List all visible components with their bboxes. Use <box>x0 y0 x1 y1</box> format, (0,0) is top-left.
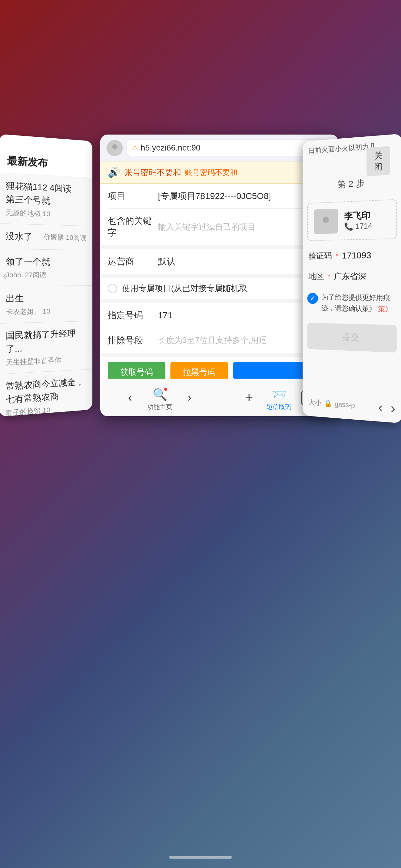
sms-nav-label: 短信取码 <box>266 403 291 411</box>
radio-text: 使用专属项目(从已对接专属随机取 <box>122 283 247 294</box>
agree-link[interactable]: 策》 <box>378 305 392 313</box>
home-indicator <box>169 856 232 859</box>
left-card-header: 最新发布 <box>7 155 48 169</box>
alert-icon: 🔊 <box>108 166 120 178</box>
region-star: * <box>328 272 331 281</box>
svg-point-13 <box>323 217 328 223</box>
url-text: h5.yezi66.net:90 <box>141 143 200 153</box>
search-nav-icon-wrapper: 🔍 <box>152 388 167 401</box>
left-card-items: 狸花猫112 4阅读 第三个号就 无趣的地椒 10 没水了 价聚聚 10阅读 领… <box>0 173 92 416</box>
nav-home-item[interactable]: 🔍 功能主页 <box>100 385 219 414</box>
url-bar[interactable]: ⚠ h5.yezi66.net:90 <box>126 140 332 156</box>
designated-label: 指定号码 <box>108 309 158 321</box>
svg-point-12 <box>110 149 119 154</box>
list-item: 出生 卡农老姐、 10 <box>0 286 92 323</box>
user-info-box: 李飞印 📞 1714 <box>307 199 397 241</box>
form-row-exclude: 排除号段 长度为3至7位且支持多个,用逗 <box>108 328 331 353</box>
right-back-arrow[interactable]: ‹ <box>378 399 383 415</box>
url-warning-icon: ⚠ <box>132 144 138 152</box>
domain-area: 大小 🔒 gass-p <box>309 398 355 410</box>
list-item: 国民就搞了升经理了... 天生挂壁非首圣你 <box>0 321 92 374</box>
exclude-label: 排除号段 <box>108 335 158 346</box>
agree-section: ✓ 为了给您提供更好用痕迹，请您确认策》 策》 <box>307 291 397 315</box>
list-item: 狸花猫112 4阅读 第三个号就 无趣的地椒 10 <box>0 173 92 226</box>
phone-icon: 📞 <box>344 222 353 231</box>
form-row-project: 项目 [专属项目781922----0JC5O8] <box>108 184 331 209</box>
verify-code-value: 171093 <box>342 250 371 260</box>
app-switcher: ‹ 📚 <box>0 0 401 868</box>
svg-point-11 <box>112 144 117 149</box>
radio-circle[interactable] <box>108 284 117 293</box>
carrier-value: 默认 <box>158 256 319 268</box>
region-row: 地区 * 广东省深 <box>303 266 401 287</box>
domain-size-label: 大小 <box>309 398 322 408</box>
home-nav-label: 功能主页 <box>147 403 172 411</box>
list-item: 没水了 价聚聚 10阅读 <box>0 224 92 250</box>
close-button[interactable]: 关闭 <box>367 146 390 176</box>
domain-lock-icon: 🔒 <box>324 399 332 408</box>
domain-text: gass-p <box>335 400 355 410</box>
list-item: 常熟农商今立减金，七有常熟农商 妻子的换留 10 <box>0 369 92 417</box>
project-label: 项目 <box>108 190 158 202</box>
submit-label: 提交 <box>342 332 359 343</box>
form-row-keyword: 包含的关键字 输入关键字过滤自己的项目 <box>108 209 331 245</box>
submit-button[interactable]: 提交 <box>307 323 397 353</box>
user-info-text: 李飞印 📞 1714 <box>344 209 390 231</box>
safari-browser-card: 关闭 日前火面小火以初力几... 第 2 步 李飞印 📞 1714 <box>303 134 401 423</box>
user-name: 李飞印 <box>344 209 390 222</box>
agree-check-icon[interactable]: ✓ <box>307 293 318 304</box>
user-phone: 📞 1714 <box>344 221 390 231</box>
right-forward-arrow[interactable]: › <box>391 400 395 416</box>
form-row-designated: 指定号码 171 <box>108 303 331 328</box>
notification-dot <box>164 388 167 391</box>
verification-row: 验证码 * 171093 <box>303 244 401 266</box>
alert-text: 账号密码不要和 <box>124 167 181 178</box>
sms-nav-icon: 📨 <box>271 388 286 401</box>
right-bottom-nav: 大小 🔒 gass-p ‹ › <box>303 394 401 417</box>
form-row-carrier: 运营商 默认 ✓ <box>108 249 331 274</box>
left-card-nav-arrow[interactable]: ‹ <box>2 267 7 283</box>
browser-avatar <box>107 140 123 156</box>
keyword-label: 包含的关键字 <box>108 215 158 239</box>
user-avatar <box>314 209 338 234</box>
carrier-label: 运营商 <box>108 256 158 268</box>
agree-text: 为了给您提供更好用痕迹，请您确认策》 策》 <box>321 291 397 315</box>
region-value: 广东省深 <box>334 271 366 282</box>
list-item: 领了一个就 John. 27阅读 <box>0 249 92 286</box>
verify-star: * <box>336 251 338 260</box>
svg-point-14 <box>320 223 332 229</box>
right-nav-arrows: ‹ › <box>378 399 395 416</box>
verify-label: 验证码 <box>309 250 332 261</box>
alert-text-extra: 账号密码不要和 <box>185 167 237 178</box>
reading-card[interactable]: 最新发布 ‹ 狸花猫112 4阅读 第三个号就 无趣的地椒 10 没水了 价聚聚… <box>0 134 92 417</box>
region-label: 地区 <box>309 271 324 282</box>
